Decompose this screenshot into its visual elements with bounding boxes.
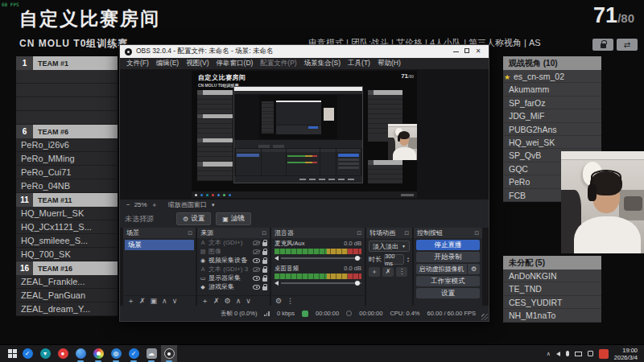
source-row[interactable]: A文本 (GDI+) 3 (197, 265, 270, 274)
menu-profile[interactable]: 配置文件(P) (260, 59, 296, 68)
unassigned-row[interactable]: AnDoNKGIN (503, 269, 601, 282)
stop-streaming-button[interactable]: 停止直播 (416, 240, 480, 250)
transition-options-icon[interactable]: ⋮ (396, 267, 407, 277)
dock-popout-icon[interactable]: ⊡ (474, 230, 479, 237)
unassigned-row[interactable]: NH_M1naTo (503, 309, 601, 322)
empty-slot[interactable] (16, 70, 118, 84)
swap-team-button[interactable]: ⇄ (617, 39, 638, 51)
visibility-off-icon[interactable] (253, 241, 260, 245)
player-row[interactable]: ZEAL_dream_Y... (16, 302, 118, 316)
empty-slot[interactable] (16, 84, 118, 97)
virtual-camera-settings-button[interactable]: ⚙ (468, 264, 480, 274)
taskbar-app-8[interactable]: ☁ (143, 345, 159, 362)
lock-icon[interactable] (262, 260, 267, 264)
menu-view[interactable]: 视图(V) (186, 59, 208, 68)
menu-tools[interactable]: 工具(T) (348, 59, 370, 68)
player-row[interactable]: HQ_MuerrL_SK (16, 207, 118, 220)
close-button[interactable]: ✕ (473, 48, 484, 55)
player-row[interactable]: HQ_smileee_S... (16, 234, 118, 248)
source-row[interactable]: ▭显示器采集 (197, 274, 270, 282)
unassigned-row[interactable]: CES_YUDIRT (503, 296, 601, 309)
player-row[interactable]: HQ_700_SK (16, 248, 118, 261)
visibility-off-icon[interactable] (253, 249, 260, 254)
add-source-icon[interactable]: ＋ (201, 298, 208, 305)
resize-grip[interactable] (481, 314, 488, 320)
player-row[interactable]: PeRo_i26v6 (16, 138, 118, 152)
obs-titlebar[interactable]: OBS 32.0.4 - 配置文件: 未命名 - 场景: 未命名 ✕ (120, 45, 489, 58)
preview-fit-dropdown[interactable]: 缩放画面窗口 (168, 200, 207, 209)
taskbar-app-obs[interactable] (161, 345, 177, 362)
unassigned-row[interactable]: TE_TND (503, 282, 601, 295)
tray-expand-icon[interactable]: ∧ (547, 351, 551, 357)
empty-slot[interactable] (16, 97, 118, 111)
source-row[interactable]: ▨图像 (197, 247, 270, 256)
player-row[interactable]: ZEAL_Frankle... (16, 275, 118, 289)
dock-popout-icon[interactable]: ⊡ (262, 230, 266, 237)
lock-icon[interactable] (262, 251, 267, 255)
player-row[interactable]: ZEAL_PanGuan (16, 289, 118, 302)
spectator-row[interactable]: JDG_MiF (503, 109, 601, 122)
zoom-in-icon[interactable]: ＋ (151, 200, 158, 209)
settings-button[interactable]: 设置 (416, 288, 480, 298)
scene-item-selected[interactable]: 场景 (125, 240, 194, 250)
lock-icon[interactable] (262, 278, 267, 282)
dock-popout-icon[interactable]: ⊡ (357, 230, 361, 237)
microphone-icon[interactable] (566, 351, 569, 356)
player-row[interactable]: HQ_JCx1121_S... (16, 220, 118, 234)
usb-icon[interactable] (588, 351, 593, 356)
move-down-icon[interactable]: ∨ (172, 298, 178, 305)
visibility-off-icon[interactable] (253, 267, 260, 272)
remove-source-icon[interactable]: ✗ (213, 298, 220, 305)
display-icon[interactable] (575, 352, 582, 356)
studio-mode-button[interactable]: 工作室模式 (416, 276, 480, 286)
player-row[interactable]: PeRo_MMing (16, 152, 118, 166)
source-properties-button[interactable]: ⚙设置 (176, 212, 211, 225)
zoom-out-icon[interactable]: − (126, 201, 130, 208)
lock-icon[interactable] (262, 269, 267, 273)
source-row[interactable]: A文本 (GDI+) (197, 238, 270, 247)
player-row[interactable]: PeRo_Cui71 (16, 166, 118, 179)
player-row[interactable]: PeRo_04NB (16, 179, 118, 193)
minimize-button[interactable] (450, 48, 461, 55)
taskbar-app-5[interactable] (90, 345, 106, 362)
taskbar-app-3[interactable]: ● (55, 345, 71, 362)
transition-type-dropdown[interactable]: 淡入淡出▼ (369, 241, 410, 252)
maximize-button[interactable] (461, 48, 473, 55)
lock-room-button[interactable] (592, 39, 613, 51)
spectator-row[interactable]: PUBG2hAns (503, 123, 601, 136)
spectator-row[interactable]: SP_farOz (503, 97, 601, 109)
lock-icon[interactable] (262, 242, 267, 246)
more-options-icon[interactable]: ⋮ (287, 298, 294, 305)
menu-docks[interactable]: 停靠窗口(D) (217, 59, 254, 68)
source-row[interactable]: ◉视频采集设备 (197, 256, 270, 265)
volume-slider[interactable] (281, 257, 361, 259)
spectator-row[interactable]: ★es_cn-sm_02 (503, 70, 601, 83)
spectator-row[interactable]: HQ_wei_SK (503, 136, 601, 149)
tray-red-app-icon[interactable] (599, 349, 609, 359)
visibility-on-icon[interactable] (253, 258, 260, 263)
remove-scene-icon[interactable]: ✗ (139, 298, 146, 305)
start-recording-button[interactable]: 开始录制 (416, 252, 480, 262)
lock-icon[interactable] (262, 286, 267, 290)
move-down-icon[interactable]: ∨ (246, 298, 251, 305)
taskbar-app-7[interactable]: ✓ (126, 345, 142, 362)
taskbar-app-6[interactable]: ◍ (108, 345, 124, 362)
spectator-row[interactable]: Akumamm (503, 83, 601, 96)
visibility-on-icon[interactable] (253, 276, 260, 281)
volume-slider[interactable] (281, 282, 361, 284)
clock[interactable]: 19:00 2026/3/4 (614, 347, 638, 361)
visibility-on-icon[interactable] (253, 285, 260, 290)
source-properties-icon[interactable]: ⚙ (225, 298, 231, 305)
dock-popout-icon[interactable]: ⊡ (188, 230, 192, 237)
menu-file[interactable]: 文件(F) (126, 59, 149, 68)
empty-slot[interactable] (16, 111, 118, 125)
add-transition-icon[interactable]: ＋ (369, 267, 380, 277)
start-button[interactable] (8, 349, 18, 359)
spin-down-icon[interactable]: ▼ (407, 260, 410, 263)
scene-filters-icon[interactable]: ▣ (151, 298, 158, 305)
menu-scene-collection[interactable]: 场景集合(S) (304, 59, 341, 68)
transition-duration-input[interactable]: 300 ms (384, 254, 404, 265)
menu-edit[interactable]: 编辑(E) (156, 59, 179, 68)
taskbar-app-1[interactable]: ✓ (19, 345, 35, 362)
source-filters-button[interactable]: ▣滤镜 (216, 212, 251, 225)
